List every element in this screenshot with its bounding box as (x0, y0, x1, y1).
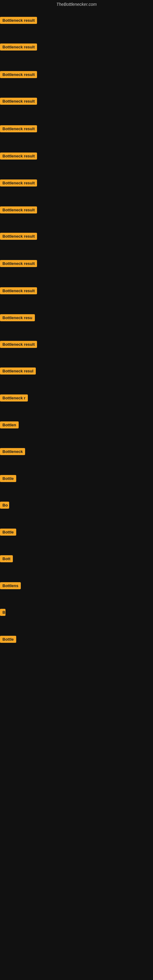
bottleneck-result-badge[interactable]: Bottleneck result (0, 71, 37, 78)
bottleneck-result-badge[interactable]: Bottlens (0, 582, 21, 589)
bottleneck-result-badge[interactable]: Bottleneck result (0, 287, 37, 294)
bottleneck-result-row: Bottleneck result (0, 233, 37, 241)
bottleneck-result-badge[interactable]: Bottleneck result (0, 341, 37, 348)
bottleneck-result-badge[interactable]: Bottlen (0, 422, 19, 428)
bottleneck-result-badge[interactable]: Bottleneck result (0, 153, 37, 159)
bottleneck-result-row: Bottleneck result (0, 341, 37, 349)
bottleneck-result-row: Bottleneck result (0, 153, 37, 161)
bottleneck-result-row: Bottleneck result (0, 43, 37, 52)
bottleneck-result-row: Bottleneck (0, 448, 25, 456)
bottleneck-result-badge[interactable]: Bottleneck result (0, 17, 37, 24)
bottleneck-result-badge[interactable]: Bottleneck result (0, 233, 37, 240)
bottleneck-result-badge[interactable]: Bottle (0, 636, 16, 643)
bottleneck-result-badge[interactable]: Bottle (0, 475, 16, 482)
bottleneck-result-badge[interactable]: Bottleneck result (0, 260, 37, 267)
bottleneck-result-row: Bottleneck result (0, 125, 37, 134)
bottleneck-result-badge[interactable]: Bo (0, 502, 9, 509)
site-title-container: TheBottlenecker.com (0, 0, 153, 9)
bottleneck-result-row: Bottleneck result (0, 207, 37, 215)
bottleneck-result-row: Bottle (0, 636, 16, 644)
bottleneck-result-row: Bo (0, 502, 9, 510)
bottleneck-result-badge[interactable]: Bottleneck result (0, 125, 37, 132)
bottleneck-result-badge[interactable]: Bottleneck result (0, 98, 37, 105)
bottleneck-result-row: Bottle (0, 528, 16, 537)
bottleneck-result-row: Bottlen (0, 422, 19, 430)
bottleneck-result-badge[interactable]: Bottleneck result (0, 207, 37, 213)
bottleneck-result-row: Bottleneck resu (0, 314, 35, 323)
bottleneck-result-badge[interactable]: Bottleneck resu (0, 314, 35, 321)
bottleneck-result-badge[interactable]: Bott (0, 555, 13, 562)
bottleneck-result-row: Bottleneck result (0, 180, 37, 188)
bottleneck-result-row: Bottleneck result (0, 260, 37, 268)
bottleneck-result-badge[interactable]: Bottleneck (0, 448, 25, 455)
site-title: TheBottlenecker.com (0, 0, 153, 9)
bottleneck-result-row: B (0, 609, 5, 617)
bottleneck-result-badge[interactable]: Bottle (0, 528, 16, 536)
bottleneck-result-row: Bottleneck resul (0, 368, 36, 376)
bottleneck-result-row: Bottleneck result (0, 98, 37, 106)
badges-container: Bottleneck resultBottleneck resultBottle… (0, 9, 153, 973)
bottleneck-result-badge[interactable]: Bottleneck result (0, 180, 37, 186)
bottleneck-result-row: Bott (0, 555, 13, 563)
bottleneck-result-row: Bottlens (0, 582, 21, 590)
bottleneck-result-badge[interactable]: B (0, 609, 5, 616)
bottleneck-result-badge[interactable]: Bottleneck r (0, 395, 28, 401)
bottleneck-result-row: Bottleneck result (0, 71, 37, 79)
bottleneck-result-badge[interactable]: Bottleneck result (0, 43, 37, 51)
bottleneck-result-badge[interactable]: Bottleneck resul (0, 368, 36, 375)
bottleneck-result-row: Bottleneck result (0, 287, 37, 296)
bottleneck-result-row: Bottle (0, 475, 16, 483)
bottleneck-result-row: Bottleneck result (0, 17, 37, 25)
bottleneck-result-row: Bottleneck r (0, 395, 28, 403)
